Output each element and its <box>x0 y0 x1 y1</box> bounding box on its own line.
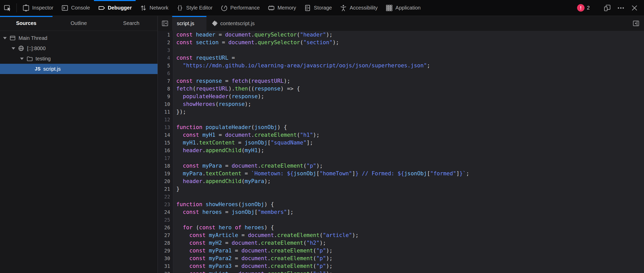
line-number[interactable]: 2 <box>158 39 173 46</box>
code-text[interactable]: const header = document.querySelector("h… <box>173 31 333 39</box>
expand-debugger-panel-button[interactable] <box>628 16 644 31</box>
line-number[interactable]: 10 <box>158 100 173 108</box>
pick-element-button[interactable] <box>0 0 15 16</box>
line-number[interactable]: 17 <box>158 154 173 162</box>
source-tab-label: contentscript.js <box>220 21 255 26</box>
tab-style-editor[interactable]: Style Editor <box>172 0 216 16</box>
tree-item-testing[interactable]: testing <box>0 53 158 64</box>
code-text[interactable]: const myArticle = document.createElement… <box>173 231 359 239</box>
code-text[interactable] <box>173 116 176 123</box>
tab-memory[interactable]: Memory <box>264 0 300 16</box>
code-text[interactable]: const myH2 = document.createElement("h2"… <box>173 239 326 247</box>
line-number[interactable]: 27 <box>158 231 173 239</box>
tab-console[interactable]: Console <box>57 0 94 16</box>
code-text[interactable]: populateHeader(response); <box>173 93 264 100</box>
code-text[interactable]: showHeroes(response); <box>173 100 251 108</box>
line-number[interactable]: 1 <box>158 31 173 39</box>
line-number[interactable]: 32 <box>158 270 173 273</box>
sidebar-tab-outline[interactable]: Outline <box>53 16 105 31</box>
line-number[interactable]: 28 <box>158 239 173 247</box>
tree-item-main-thread[interactable]: Main Thread <box>0 33 158 43</box>
code-text[interactable]: }); <box>173 108 186 116</box>
code-text[interactable]: const myPara3 = document.createElement("… <box>173 262 333 270</box>
code-text[interactable]: const requestURL = <box>173 54 235 62</box>
toolbar-right: ! 2 <box>577 0 644 16</box>
line-number[interactable]: 3 <box>158 46 173 54</box>
code-text[interactable] <box>173 154 176 162</box>
console-icon <box>61 4 69 12</box>
collapse-sources-panel-button[interactable] <box>158 16 172 31</box>
line-number[interactable]: 18 <box>158 162 173 170</box>
code-text[interactable]: const myH1 = document.createElement("h1"… <box>173 131 319 139</box>
line-number[interactable]: 19 <box>158 170 173 177</box>
line-number[interactable]: 15 <box>158 139 173 147</box>
sidebar-tab-search[interactable]: Search <box>105 16 158 31</box>
code-text[interactable]: function populateHeader(jsonObj) { <box>173 123 287 131</box>
code-text[interactable]: header.appendChild(myPara); <box>173 177 271 185</box>
code-text[interactable]: const response = fetch(requestURL); <box>173 77 290 85</box>
sidebar-tab-sources[interactable]: Sources <box>0 16 53 31</box>
code-text[interactable]: const myPara2 = document.createElement("… <box>173 254 333 262</box>
line-number[interactable]: 7 <box>158 77 173 85</box>
line-number[interactable]: 13 <box>158 123 173 131</box>
close-devtools-button[interactable] <box>630 4 639 12</box>
tab-performance[interactable]: Performance <box>216 0 264 16</box>
code-text[interactable] <box>173 69 176 77</box>
line-number[interactable]: 26 <box>158 224 173 231</box>
line-number[interactable]: 29 <box>158 247 173 254</box>
code-text[interactable]: const myPara1 = document.createElement("… <box>173 247 333 254</box>
code-text[interactable]: const myList = document.createElement("u… <box>173 270 333 273</box>
line-number[interactable]: 12 <box>158 116 173 123</box>
line-number[interactable]: 16 <box>158 147 173 154</box>
devtools-toolbar: InspectorConsoleDebuggerNetworkStyle Edi… <box>0 0 644 16</box>
code-text[interactable] <box>173 216 176 224</box>
code-text[interactable]: myPara.textContent = `Hometown: ${jsonOb… <box>173 170 469 177</box>
code-text[interactable]: fetch(requestURL).then((response) => { <box>173 85 300 93</box>
line-number[interactable]: 9 <box>158 93 173 100</box>
line-number[interactable]: 8 <box>158 85 173 93</box>
code-text[interactable] <box>173 46 176 54</box>
error-badge[interactable]: ! 2 <box>577 4 590 12</box>
code-text[interactable]: "https://mdn.github.io/learning-area/jav… <box>173 62 430 69</box>
code-text[interactable]: const section = document.querySelector("… <box>173 39 339 46</box>
line-number[interactable]: 30 <box>158 254 173 262</box>
line-number[interactable]: 14 <box>158 131 173 139</box>
tab-inspector[interactable]: Inspector <box>18 0 57 16</box>
code-text[interactable]: myH1.textContent = jsonObj["squadName"]; <box>173 139 313 147</box>
tab-debugger[interactable]: Debugger <box>94 0 136 16</box>
code-text[interactable]: function showHeroes(jsonObj) { <box>173 201 274 208</box>
close-tab-icon[interactable] <box>197 21 202 26</box>
tab-application[interactable]: Application <box>381 0 424 16</box>
code-line: 31 const myPara3 = document.createElemen… <box>158 262 644 270</box>
line-number[interactable]: 4 <box>158 54 173 62</box>
line-number[interactable]: 24 <box>158 208 173 216</box>
devtools-menu-button[interactable] <box>616 4 625 12</box>
code-text[interactable] <box>173 193 176 201</box>
code-lines: 1const header = document.querySelector("… <box>158 31 644 273</box>
code-text[interactable]: const heroes = jsonObj["members"]; <box>173 208 293 216</box>
sidebar-tab-label: Outline <box>71 20 87 26</box>
code-editor[interactable]: 1const header = document.querySelector("… <box>158 31 644 273</box>
line-number[interactable]: 20 <box>158 177 173 185</box>
tab-network[interactable]: Network <box>136 0 172 16</box>
responsive-design-button[interactable] <box>603 4 612 12</box>
code-text[interactable]: } <box>173 185 180 193</box>
line-number[interactable]: 23 <box>158 201 173 208</box>
tree-item--8000[interactable]: [::]:8000 <box>0 43 158 53</box>
line-number[interactable]: 22 <box>158 193 173 201</box>
line-number[interactable]: 31 <box>158 262 173 270</box>
line-number[interactable]: 6 <box>158 69 173 77</box>
code-line: 14 const myH1 = document.createElement("… <box>158 131 644 139</box>
line-number[interactable]: 11 <box>158 108 173 116</box>
line-number[interactable]: 25 <box>158 216 173 224</box>
source-tab-script-js[interactable]: script.js <box>172 16 206 31</box>
code-text[interactable]: for (const hero of heroes) { <box>173 224 274 231</box>
code-text[interactable]: const myPara = document.createElement("p… <box>173 162 323 170</box>
source-tab-contentscript-js[interactable]: contentscript.js <box>206 16 259 31</box>
tree-item-script-js[interactable]: JSscript.js <box>0 64 158 74</box>
code-text[interactable]: header.appendChild(myH1); <box>173 147 264 154</box>
line-number[interactable]: 21 <box>158 185 173 193</box>
line-number[interactable]: 5 <box>158 62 173 69</box>
tab-accessibility[interactable]: Accessibility <box>336 0 381 16</box>
tab-storage[interactable]: Storage <box>300 0 336 16</box>
